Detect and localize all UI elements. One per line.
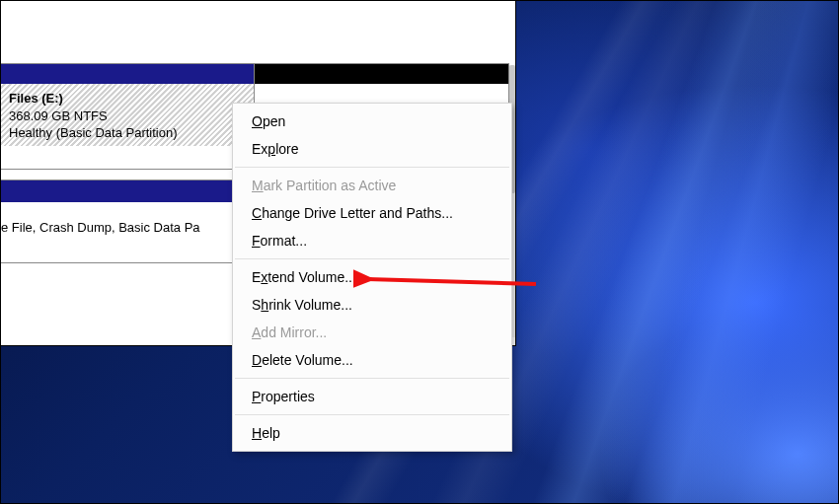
context-menu: Open Explore Mark Partition as Active Ch…	[232, 103, 512, 452]
volume-size-fs: 368.09 GB NTFS	[9, 108, 246, 125]
menu-shrink-volume[interactable]: Shrink Volume...	[234, 291, 510, 319]
menu-add-mirror: Add Mirror...	[234, 319, 510, 346]
menu-open[interactable]: Open	[234, 108, 510, 135]
menu-separator	[235, 378, 509, 379]
volume-label: Files (E:)	[9, 90, 246, 108]
menu-format[interactable]: Format...	[234, 227, 510, 254]
menu-explore[interactable]: Explore	[234, 135, 510, 163]
menu-separator	[235, 414, 509, 415]
menu-separator	[235, 258, 509, 259]
menu-delete-volume[interactable]: Delete Volume...	[234, 346, 510, 374]
menu-help[interactable]: Help	[234, 419, 510, 447]
menu-properties[interactable]: Properties	[234, 383, 510, 410]
volume-header-bar	[1, 64, 254, 84]
volume-files-e[interactable]: Files (E:) 368.09 GB NTFS Healthy (Basic…	[1, 64, 255, 169]
menu-separator	[235, 167, 509, 168]
menu-change-drive-letter[interactable]: Change Drive Letter and Paths...	[234, 199, 510, 227]
menu-extend-volume[interactable]: Extend Volume...	[234, 263, 510, 291]
volume-header-bar	[255, 64, 508, 84]
menu-mark-active: Mark Partition as Active	[234, 172, 510, 199]
volume-status: Healthy (Basic Data Partition)	[9, 124, 246, 142]
